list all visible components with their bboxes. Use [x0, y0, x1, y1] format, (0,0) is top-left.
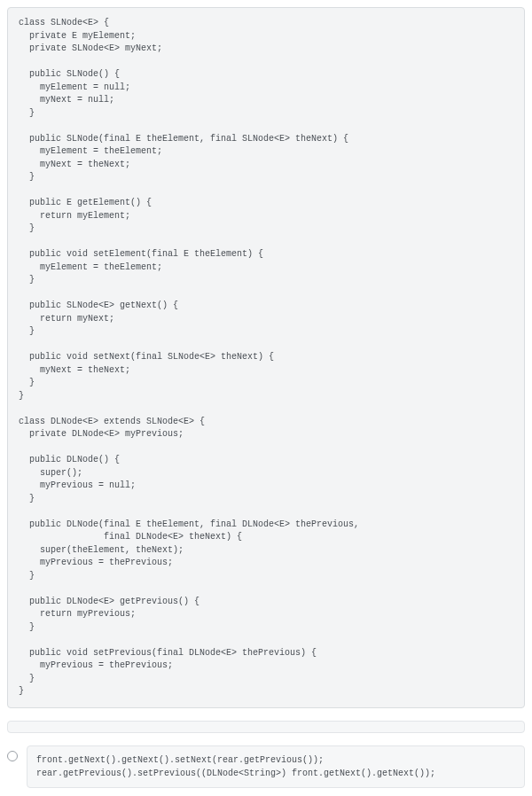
main-code-block: class SLNode<E> { private E myElement; p…	[7, 7, 525, 708]
question-separator	[7, 721, 525, 733]
answer-option-0: front.getNext().getNext().setNext(rear.g…	[7, 745, 525, 788]
radio-option-0[interactable]	[7, 751, 18, 761]
option-code-0: front.getNext().getNext().setNext(rear.g…	[27, 745, 525, 788]
